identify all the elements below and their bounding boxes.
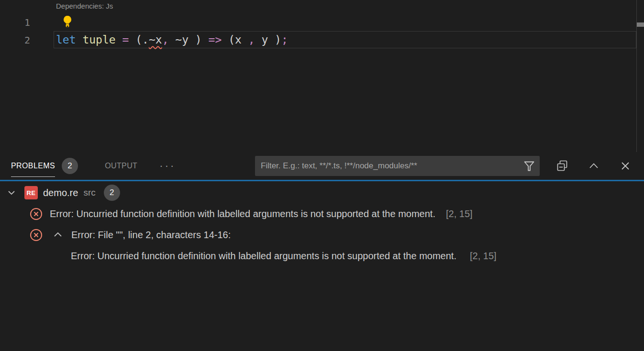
close-panel-icon[interactable] xyxy=(619,160,632,172)
chevron-down-icon[interactable] xyxy=(6,187,17,198)
file-row-demo-re[interactable]: RE demo.re src 2 xyxy=(0,182,644,203)
maximize-panel-icon[interactable] xyxy=(588,160,600,172)
file-problems-badge: 2 xyxy=(104,185,120,201)
vscode-window: Dependencies: Js 1 2 let tuple = (.~x, ~… xyxy=(0,0,644,351)
problems-count-badge: 2 xyxy=(62,158,78,174)
code-token-operator: = xyxy=(122,33,129,46)
problem-position: [2, 15] xyxy=(470,251,497,262)
error-icon xyxy=(30,229,43,241)
code-token-operator: ; xyxy=(281,33,288,46)
code-editor: Dependencies: Js 1 2 let tuple = (.~x, ~… xyxy=(0,0,644,152)
problem-row-2-detail[interactable]: Error: Uncurried function definition wit… xyxy=(0,245,644,266)
code-token-identifier: tuple xyxy=(82,33,115,46)
problem-row-1[interactable]: Error: Uncurried function definition wit… xyxy=(0,203,644,224)
panel-header: PROBLEMS 2 OUTPUT ··· xyxy=(0,152,644,180)
more-tabs-button[interactable]: ··· xyxy=(159,152,176,180)
problems-filter-box xyxy=(255,156,540,176)
tab-problems[interactable]: PROBLEMS 2 xyxy=(11,152,78,180)
code-line[interactable]: let tuple = (.~x, ~y ) => (x , y ); xyxy=(56,32,288,48)
code-token-keyword: let xyxy=(56,33,76,46)
tab-problems-label: PROBLEMS xyxy=(11,162,55,170)
problem-position: [2, 15] xyxy=(446,208,473,219)
problem-message: Error: File "", line 2, characters 14-16… xyxy=(71,230,231,241)
restore-panel-icon[interactable] xyxy=(556,160,568,172)
code-token: ~y ) xyxy=(168,33,208,46)
code-token xyxy=(76,33,83,46)
line-number-1[interactable]: 1 xyxy=(0,14,30,32)
file-path: src xyxy=(83,187,95,198)
file-name: demo.re xyxy=(43,187,78,198)
codelens-link[interactable]: Dependencies: Js xyxy=(56,2,113,10)
code-token: y ) xyxy=(255,33,281,46)
code-token-operator: => xyxy=(209,33,222,46)
scrollbar-marker[interactable] xyxy=(637,22,644,27)
code-token: (. xyxy=(129,33,149,46)
tab-output[interactable]: OUTPUT xyxy=(105,152,137,180)
lightbulb-icon[interactable] xyxy=(62,15,73,28)
problems-tree: RE demo.re src 2 Error: Uncurried functi… xyxy=(0,182,644,266)
problem-message: Error: Uncurried function definition wit… xyxy=(50,208,435,219)
problem-message: Error: Uncurried function definition wit… xyxy=(71,251,456,262)
problem-row-2[interactable]: Error: File "", line 2, characters 14-16… xyxy=(0,224,644,245)
code-token-error-squiggle: ~x xyxy=(149,33,162,46)
reason-file-icon: RE xyxy=(24,186,38,199)
code-token: (x xyxy=(222,33,248,46)
filter-input[interactable] xyxy=(255,161,523,171)
code-token xyxy=(116,33,122,46)
tab-output-label: OUTPUT xyxy=(105,162,137,170)
line-number-2[interactable]: 2 xyxy=(0,32,30,49)
panel-accent-border xyxy=(0,180,644,181)
code-token-operator: , xyxy=(162,33,169,46)
panel-tabs: PROBLEMS 2 OUTPUT ··· xyxy=(11,152,176,180)
filter-funnel-icon[interactable] xyxy=(523,160,535,172)
chevron-up-icon[interactable] xyxy=(52,229,64,241)
code-token-operator: , xyxy=(248,33,255,46)
error-icon xyxy=(30,208,43,220)
panel-action-icons xyxy=(556,152,632,180)
